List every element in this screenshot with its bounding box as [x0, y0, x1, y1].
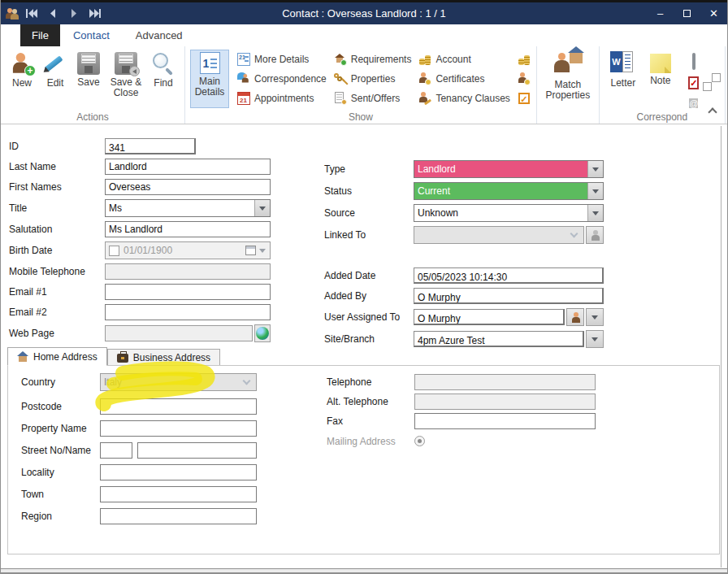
edit-button[interactable]: Edit — [40, 50, 71, 90]
nav-first-button[interactable] — [22, 6, 41, 22]
sent-offers-button[interactable]: Sent/Offers — [334, 89, 412, 108]
tab-contact[interactable]: Contact — [60, 24, 123, 46]
town-label: Town — [21, 489, 100, 500]
open-web-page-button[interactable] — [254, 324, 271, 342]
tenancy-clauses-button[interactable]: Tenancy Clauses — [418, 89, 509, 108]
email2-row: Email #2 — [9, 304, 271, 320]
street-no-input[interactable] — [100, 442, 132, 459]
postcode-input[interactable] — [100, 398, 257, 415]
checkbox-mini-button[interactable]: ✓ — [516, 89, 532, 108]
certificates-button[interactable]: Certificates — [418, 69, 509, 89]
title-combo[interactable]: Ms — [105, 199, 271, 217]
locality-input[interactable] — [100, 464, 257, 481]
type-combo[interactable]: Landlord — [414, 160, 604, 178]
birth-date-label: Birth Date — [9, 245, 105, 256]
mailing-address-radio[interactable] — [414, 436, 425, 446]
sms-button[interactable] — [692, 54, 696, 69]
title-dropdown-button[interactable] — [254, 200, 270, 216]
tab-file[interactable]: File — [20, 24, 60, 46]
mobile-input — [105, 263, 271, 280]
email1-input[interactable] — [105, 284, 271, 300]
birth-date-checkbox[interactable] — [109, 246, 119, 256]
region-input[interactable] — [100, 508, 257, 524]
site-branch-field[interactable] — [414, 331, 584, 347]
property-name-input[interactable] — [100, 420, 257, 437]
web-page-row: Web Page — [9, 324, 271, 342]
status-combo[interactable]: Current — [414, 182, 604, 200]
fax-row: Fax — [327, 413, 603, 428]
account-mini-button[interactable] — [516, 50, 532, 69]
correspond-mini-buttons: ✓ @ — [685, 51, 721, 112]
properties-button[interactable]: Properties — [334, 69, 412, 89]
maximize-button[interactable] — [674, 2, 700, 24]
linked-to-combo — [414, 226, 584, 244]
user-assigned-label: User Assigned To — [324, 311, 414, 323]
mobile-row: Mobile Telephone — [9, 263, 271, 280]
close-button[interactable]: ✕ — [700, 2, 727, 24]
town-input[interactable] — [100, 486, 257, 502]
save-button[interactable]: Save — [72, 50, 105, 89]
user-picker-button[interactable] — [566, 308, 584, 326]
note-button[interactable]: Note — [644, 50, 678, 88]
last-name-input[interactable] — [105, 159, 271, 175]
user-assigned-dropdown-button[interactable] — [586, 308, 604, 326]
tab-advanced[interactable]: Advanced — [123, 24, 196, 46]
alt-telephone-input — [414, 394, 596, 410]
letter-button[interactable]: W Letter — [604, 50, 642, 90]
salutation-input[interactable] — [105, 221, 271, 237]
find-button[interactable]: Find — [147, 50, 180, 90]
account-button[interactable]: Account — [418, 50, 509, 69]
source-dropdown-button[interactable] — [587, 205, 603, 221]
word-letter-icon: W — [610, 51, 636, 76]
save-close-button[interactable]: Save & Close — [106, 50, 145, 100]
tab-business-address[interactable]: Business Address — [107, 349, 220, 366]
region-label: Region — [21, 511, 100, 522]
calendar-picker-icon — [245, 246, 256, 255]
telephone-input — [414, 374, 596, 390]
added-by-row: Added By — [324, 288, 604, 304]
briefcase-icon — [117, 354, 128, 363]
first-names-input[interactable] — [105, 179, 271, 195]
nav-last-button[interactable] — [85, 6, 104, 22]
email2-input[interactable] — [105, 304, 271, 320]
site-branch-dropdown-button[interactable] — [586, 330, 604, 348]
salutation-label: Salutation — [9, 224, 105, 235]
street-name-input[interactable] — [137, 442, 257, 459]
birth-date-picker[interactable]: 01/01/1900 — [105, 241, 271, 259]
keys-icon — [334, 72, 347, 85]
person-mini-button[interactable] — [516, 69, 532, 89]
coins-mini-icon — [518, 53, 531, 66]
email1-row: Email #1 — [9, 284, 271, 300]
status-dropdown-button[interactable] — [587, 183, 603, 199]
minimize-button[interactable]: – — [647, 2, 674, 24]
correspondence-button[interactable]: Correspondence — [237, 69, 327, 89]
country-combo: Italy — [100, 373, 257, 391]
country-value: Italy — [101, 374, 244, 390]
linked-to-people-button[interactable] — [586, 226, 604, 244]
more-details-icon: 21 — [237, 53, 250, 66]
email-button[interactable]: @ — [689, 95, 698, 110]
appointments-button[interactable]: 21 Appointments — [237, 89, 327, 108]
nav-previous-button[interactable] — [43, 6, 62, 22]
user-assigned-field[interactable] — [414, 309, 565, 325]
type-dropdown-button[interactable] — [587, 161, 603, 177]
tab-home-address[interactable]: Home Address — [7, 347, 107, 366]
added-by-field — [414, 288, 604, 304]
red-checkbox-button[interactable]: ✓ — [688, 75, 699, 89]
salutation-row: Salutation — [9, 221, 271, 237]
requirements-button[interactable]: Requirements — [334, 50, 412, 69]
main-details-button[interactable]: 1 Main Details — [190, 50, 229, 108]
orange-checkbox-icon: ✓ — [518, 93, 530, 104]
document-icon — [334, 92, 347, 105]
nav-next-button[interactable] — [64, 6, 83, 22]
source-label: Source — [324, 207, 414, 219]
source-combo[interactable]: Unknown — [414, 204, 604, 222]
match-properties-button[interactable]: Match Properties — [542, 50, 594, 102]
new-button[interactable]: + New — [6, 50, 38, 90]
fax-input[interactable] — [414, 413, 596, 429]
id-field[interactable] — [105, 138, 196, 154]
ribbon-tabstrip: File Contact Advanced — [1, 24, 727, 46]
more-details-button[interactable]: 21 More Details — [237, 50, 327, 69]
property-name-row: Property Name — [21, 420, 265, 437]
dropdown-arrow-icon — [592, 337, 598, 341]
